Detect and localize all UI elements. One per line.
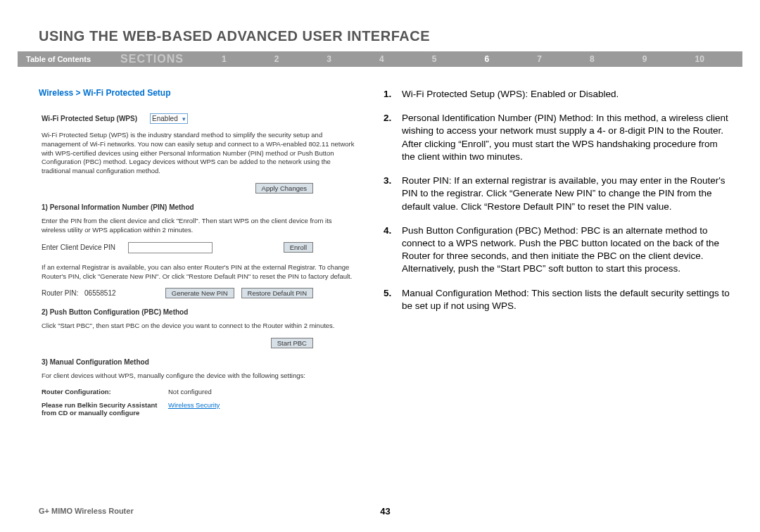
item-text: Wi-Fi Protected Setup (WPS): Enabled or … bbox=[402, 88, 732, 101]
wps-intro: Wi-Fi Protected Setup (WPS) is the indus… bbox=[42, 131, 355, 176]
breadcrumb[interactable]: Wireless > Wi-Fi Protected Setup bbox=[39, 88, 355, 98]
section-10[interactable]: 10 bbox=[695, 54, 704, 64]
manual-method-heading: 3) Manual Configuration Method bbox=[42, 358, 355, 366]
router-pin-label: Router PIN: bbox=[42, 289, 78, 297]
instruction-list: 1.Wi-Fi Protected Setup (WPS): Enabled o… bbox=[384, 88, 732, 312]
section-6[interactable]: 6 bbox=[485, 54, 490, 64]
list-item: 5.Manual Configuration Method: This sect… bbox=[384, 287, 732, 312]
list-item: 2.Personal Identification Number (PIN) M… bbox=[384, 112, 732, 163]
apply-changes-button[interactable]: Apply Changes bbox=[255, 183, 313, 194]
section-1[interactable]: 1 bbox=[222, 54, 227, 64]
client-pin-label: Enter Client Device PIN bbox=[42, 243, 115, 251]
list-item: 3.Router PIN: If an external registrar i… bbox=[384, 175, 732, 213]
item-number: 3. bbox=[384, 175, 402, 213]
pin-method-text: Enter the PIN from the client device and… bbox=[42, 217, 355, 235]
start-pbc-button[interactable]: Start PBC bbox=[271, 338, 313, 348]
item-number: 4. bbox=[384, 224, 402, 276]
generate-pin-button[interactable]: Generate New PIN bbox=[165, 288, 234, 298]
registrar-text: If an external Registrar is available, y… bbox=[42, 263, 355, 281]
router-config-label: Router Configuration: bbox=[42, 388, 168, 395]
pin-method-heading: 1) Personal Information Number (PIN) Met… bbox=[42, 203, 355, 211]
section-nav: Table of Contents SECTIONS 1 2 3 4 5 6 7… bbox=[18, 51, 742, 67]
page-title: USING THE WEB-BASED ADVANCED USER INTERF… bbox=[0, 0, 760, 51]
item-number: 5. bbox=[384, 287, 402, 312]
sections-label: SECTIONS bbox=[99, 53, 198, 65]
list-item: 1.Wi-Fi Protected Setup (WPS): Enabled o… bbox=[384, 88, 732, 101]
manual-method-text: For client devices without WPS, manually… bbox=[42, 372, 355, 381]
item-text: Push Button Configuration (PBC) Method: … bbox=[402, 224, 732, 276]
pbc-method-heading: 2) Push Button Configuration (PBC) Metho… bbox=[42, 308, 355, 316]
product-name: G+ MIMO Wireless Router bbox=[39, 507, 134, 515]
restore-pin-button[interactable]: Restore Default PIN bbox=[241, 288, 313, 298]
section-numbers: 1 2 3 4 5 6 7 8 9 10 bbox=[198, 54, 742, 64]
wps-label: Wi-Fi Protected Setup (WPS) bbox=[42, 115, 137, 122]
wps-select-value: Enabled bbox=[152, 115, 178, 122]
section-7[interactable]: 7 bbox=[537, 54, 542, 64]
router-config-value: Not configured bbox=[168, 388, 212, 395]
section-9[interactable]: 9 bbox=[642, 54, 647, 64]
item-text: Personal Identification Number (PIN) Met… bbox=[402, 112, 732, 163]
item-text: Manual Configuration Method: This sectio… bbox=[402, 287, 732, 312]
section-8[interactable]: 8 bbox=[590, 54, 595, 64]
assist-label: Please run Belkin Security Assistant fro… bbox=[42, 401, 168, 417]
section-5[interactable]: 5 bbox=[432, 54, 437, 64]
section-2[interactable]: 2 bbox=[274, 54, 279, 64]
toc-link[interactable]: Table of Contents bbox=[18, 55, 99, 63]
wps-enable-select[interactable]: Enabled ▾ bbox=[150, 113, 188, 124]
pbc-method-text: Click "Start PBC", then start PBC on the… bbox=[42, 322, 355, 331]
client-pin-input[interactable] bbox=[128, 242, 213, 253]
item-number: 1. bbox=[384, 88, 402, 101]
wireless-security-link[interactable]: Wireless Security bbox=[168, 401, 220, 417]
list-item: 4.Push Button Configuration (PBC) Method… bbox=[384, 224, 732, 276]
section-3[interactable]: 3 bbox=[327, 54, 331, 64]
item-text: Router PIN: If an external registrar is … bbox=[402, 175, 732, 213]
router-pin-value: 06558512 bbox=[84, 289, 116, 297]
chevron-down-icon: ▾ bbox=[182, 115, 186, 122]
section-4[interactable]: 4 bbox=[379, 54, 384, 64]
item-number: 2. bbox=[384, 112, 402, 163]
enroll-button[interactable]: Enroll bbox=[284, 242, 313, 253]
page-number: 43 bbox=[380, 506, 390, 517]
